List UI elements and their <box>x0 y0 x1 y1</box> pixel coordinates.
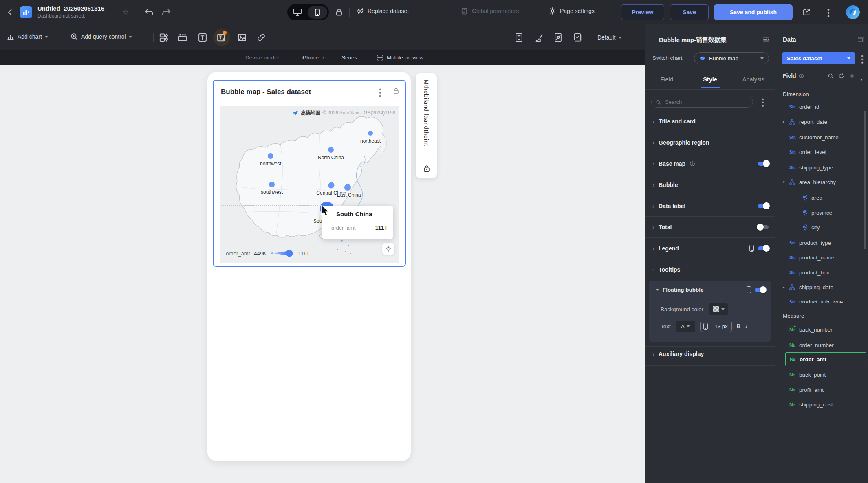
save-and-publish-button[interactable]: Save and publish <box>714 4 793 20</box>
section-title-and-card[interactable]: › Title and card <box>645 111 775 132</box>
field-product_box[interactable]: Str.product_box <box>775 265 865 280</box>
card-more-icon[interactable]: ••• <box>379 88 381 98</box>
unlock-icon[interactable] <box>423 165 430 172</box>
field-report_date[interactable]: ▸ report_date <box>775 114 865 129</box>
collapse-panel-icon[interactable] <box>762 35 770 43</box>
background-color-picker[interactable] <box>709 303 728 315</box>
field-customer_name[interactable]: Str.customer_name <box>775 130 865 145</box>
text-icon[interactable] <box>198 33 207 42</box>
replace-dataset-button[interactable]: Replace dataset <box>356 7 409 15</box>
share-icon[interactable] <box>802 8 811 17</box>
bubble-central-china[interactable] <box>328 182 335 189</box>
canvas-side-tab[interactable]: Mthebiland laandtheint <box>416 73 437 178</box>
map-locate-button[interactable] <box>382 243 394 255</box>
expander-icon[interactable]: ▸ <box>783 285 789 289</box>
font-size-value[interactable]: 13 px <box>711 323 731 329</box>
collapse-panel-icon[interactable] <box>857 36 864 44</box>
add-query-control-button[interactable]: Add query control <box>70 33 132 41</box>
device-mode-toggle[interactable] <box>287 4 329 20</box>
field-order_amt-selected[interactable]: № order_amt <box>785 352 866 366</box>
field-search-icon[interactable] <box>828 73 834 79</box>
tab-field[interactable]: Field <box>645 76 688 83</box>
style-search-input[interactable] <box>664 99 738 105</box>
field-refresh-icon[interactable] <box>838 73 844 79</box>
section-base-map[interactable]: › Base map <box>645 153 775 174</box>
style-search-box[interactable] <box>651 97 753 108</box>
undo-button[interactable] <box>144 8 154 17</box>
field-province[interactable]: province <box>775 205 865 220</box>
style-options-menu-icon[interactable]: ••• <box>762 98 764 108</box>
save-button[interactable]: Save <box>670 4 709 20</box>
field-shipping_date[interactable]: ▸ shipping_date <box>775 280 865 294</box>
field-back_point[interactable]: № back_point <box>775 367 865 382</box>
card-lock-icon[interactable] <box>393 88 399 94</box>
hidden-charts-icon[interactable] <box>553 33 563 42</box>
bubble-map-card[interactable]: Bubble map - Sales dataset ••• <box>213 80 406 267</box>
tab-analysis[interactable]: Analysis <box>732 76 775 83</box>
floating-bubble-toggle[interactable] <box>755 288 765 292</box>
batch-select-icon[interactable] <box>573 33 582 42</box>
tab-container-icon[interactable] <box>178 33 187 42</box>
bubble-map[interactable]: 高德地图 © 2026 AutoNavi - GS(2024)1158 nort… <box>220 106 399 263</box>
field-collapse-caret-icon[interactable] <box>860 75 863 82</box>
theme-default-dropdown[interactable]: Default <box>597 34 622 41</box>
bold-button[interactable]: B <box>737 323 741 329</box>
filter-control-icon[interactable] <box>159 33 169 42</box>
section-geographic-region[interactable]: › Geographic region <box>645 132 775 153</box>
lock-icon[interactable] <box>335 8 343 16</box>
expander-icon[interactable]: ▾ <box>783 180 789 184</box>
ai-text-icon[interactable] <box>216 33 226 42</box>
link-icon[interactable] <box>256 33 266 42</box>
bubble-east-china[interactable] <box>344 184 351 191</box>
bubble-northeast[interactable] <box>368 131 373 136</box>
add-field-icon[interactable] <box>849 73 855 79</box>
section-total[interactable]: › Total <box>645 217 775 238</box>
expander-icon[interactable]: ▸ <box>783 120 789 124</box>
desktop-mode-icon[interactable] <box>293 8 302 17</box>
field-shipping_cost[interactable]: № shipping_cost <box>775 397 865 412</box>
field-product_type[interactable]: Str.product_type <box>775 235 865 250</box>
dataset-more-icon[interactable]: ••• <box>861 55 864 64</box>
section-bubble[interactable]: › Bubble <box>645 174 775 195</box>
mobile-font-size-cell[interactable] <box>701 321 711 332</box>
field-area[interactable]: area <box>775 190 865 205</box>
bubble-northwest[interactable] <box>268 153 273 159</box>
mobile-preview-button[interactable]: Mobile preview <box>377 54 423 61</box>
preview-button[interactable]: Preview <box>621 4 664 20</box>
more-menu-icon[interactable]: ••• <box>827 8 830 18</box>
bubble-north-china[interactable] <box>328 147 334 153</box>
redo-button[interactable] <box>161 8 171 17</box>
italic-button[interactable]: I <box>746 323 748 329</box>
field-order_number[interactable]: № order_number <box>775 338 865 352</box>
chart-type-dropdown[interactable]: Bubble map <box>694 52 769 64</box>
data-label-toggle[interactable] <box>758 204 769 208</box>
field-shipping_type[interactable]: Str.shipping_type <box>775 160 865 175</box>
total-toggle[interactable] <box>758 225 769 229</box>
section-data-label[interactable]: › Data label <box>645 195 775 217</box>
legend-toggle[interactable] <box>758 246 769 250</box>
tab-style[interactable]: Style <box>688 76 731 83</box>
dataset-dropdown[interactable]: Sales dataset <box>782 52 855 64</box>
favorite-star-icon[interactable]: ☆ <box>122 8 129 17</box>
page-settings-button[interactable]: Page settings <box>549 7 595 15</box>
bubble-southwest[interactable] <box>269 182 275 187</box>
section-tooltips[interactable]: › Tooltips <box>645 259 775 280</box>
section-legend[interactable]: › Legend <box>645 238 775 259</box>
brush-clean-icon[interactable] <box>534 33 544 42</box>
field-area_hierarchy[interactable]: ▾ area_hierarchy <box>775 175 865 189</box>
field-order_id[interactable]: Str.order_id <box>775 99 865 114</box>
add-chart-button[interactable]: Add chart <box>7 33 48 41</box>
field-product_name[interactable]: Str.product_name <box>775 250 865 265</box>
image-icon[interactable] <box>237 33 247 42</box>
scrollbar[interactable] <box>864 111 866 249</box>
field-city[interactable]: city <box>775 220 865 235</box>
back-button[interactable] <box>7 8 14 16</box>
device-model-dropdown[interactable]: iPhone <box>302 55 325 61</box>
field-order_level[interactable]: Str.order_level <box>775 145 865 159</box>
floating-bubble-row[interactable]: Floating bubble <box>656 286 765 293</box>
avatar[interactable] <box>846 5 860 19</box>
section-auxiliary-display[interactable]: › Auxiliary display <box>652 351 704 357</box>
font-color-dropdown[interactable]: A <box>676 321 695 332</box>
card-report-icon[interactable] <box>514 33 524 42</box>
field-back_number[interactable]: №✦ back_number <box>775 322 865 337</box>
